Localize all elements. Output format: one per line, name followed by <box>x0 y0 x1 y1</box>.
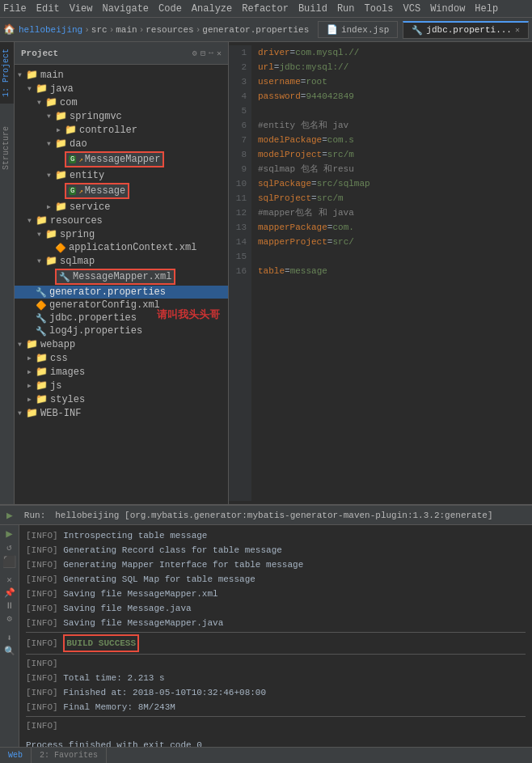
tree-label-appcontext: applicationContext.xml <box>69 242 196 253</box>
run-btn-stop[interactable]: ⬛ <box>2 555 16 569</box>
project-tool-settings[interactable]: ⚙ <box>192 49 197 58</box>
tab-close[interactable]: ✕ <box>515 25 520 35</box>
tree-label-styles: styles <box>50 394 85 405</box>
editor-panel: 12345 678910 1112131415 16 driver=com.my… <box>229 42 532 504</box>
tree-label-jdbc-properties: jdbc.properties <box>49 312 137 324</box>
tree-label-webapp: webapp <box>40 339 75 350</box>
run-btn-settings[interactable]: ⚙ <box>6 613 12 624</box>
project-tool-close[interactable]: ✕ <box>217 49 222 58</box>
tree-item-generatorconfig[interactable]: 🔶 generatorConfig.xml <box>15 299 228 312</box>
run-line-8: [INFO] <box>26 656 526 671</box>
side-tab-project[interactable]: 1: Project <box>0 42 14 104</box>
tree-item-service[interactable]: ▶ 📁 service <box>15 200 228 214</box>
tree-item-js[interactable]: ▶ 📁 js <box>15 379 228 392</box>
tree-item-messagemapper-xml[interactable]: 🔧 MessageMapper.xml <box>15 269 228 285</box>
code-line-7: modelPackage=com.s <box>258 133 532 147</box>
tree-item-appcontext[interactable]: 🔶 applicationContext.xml <box>15 241 228 254</box>
bottom-tab-web[interactable]: Web <box>0 748 32 763</box>
run-line-6: [INFO] Saving file Message.java <box>26 601 526 616</box>
code-line-8: modelProject=src/m <box>258 147 532 162</box>
tree-item-entity[interactable]: ▼ 📁 entity <box>15 168 228 182</box>
menu-analyze[interactable]: Analyze <box>192 3 232 15</box>
menu-help[interactable]: Help <box>475 3 498 15</box>
breadcrumb-main[interactable]: main <box>116 25 137 35</box>
tree-item-messagemapper[interactable]: G ↗ MessageMapper <box>15 151 228 167</box>
tree-item-controller[interactable]: ▶ 📁 controller <box>15 123 228 137</box>
run-btn-filter[interactable]: 🔍 <box>4 646 15 656</box>
tree-label-com: com <box>60 97 78 108</box>
run-btn-scroll[interactable]: ⬇ <box>6 633 12 643</box>
line-numbers: 12345 678910 1112131415 16 <box>229 45 251 501</box>
tree-item-resources[interactable]: ▼ 📁 resources <box>15 214 228 227</box>
tree-item-styles[interactable]: ▶ 📁 styles <box>15 392 228 406</box>
run-line-separator1 <box>26 632 526 633</box>
tree-label-controller: controller <box>79 125 137 136</box>
tree-item-sqlmap[interactable]: ▼ 📁 sqlmap <box>15 254 228 268</box>
breadcrumb-sep2: › <box>109 25 115 35</box>
run-line-separator3 <box>26 716 526 717</box>
code-line-11: sqlProject=src/m <box>258 191 532 206</box>
menu-view[interactable]: View <box>70 3 93 15</box>
bottom-tab-favorites[interactable]: 2: Favorites <box>32 748 107 763</box>
breadcrumb-resources[interactable]: resources <box>146 25 193 35</box>
tab-index-jsp[interactable]: 📄 index.jsp <box>318 21 398 38</box>
project-tool-expand[interactable]: ↔ <box>209 49 213 58</box>
tree-label-messagemapper: MessageMapper <box>85 154 161 165</box>
code-line-2: url=jdbc:mysql:// <box>258 60 532 74</box>
tree-item-main[interactable]: ▼ 📁 main <box>15 68 228 82</box>
project-tool-collapse[interactable]: ⊟ <box>201 49 205 58</box>
project-name[interactable]: hellobeijing <box>19 25 82 35</box>
tree-item-generator-properties[interactable]: 🔧 generator.properties <box>15 286 228 299</box>
menu-tools[interactable]: Tools <box>365 3 394 15</box>
run-btn-rerun[interactable]: ↺ <box>6 542 12 553</box>
menu-file[interactable]: File <box>3 3 27 15</box>
tree-item-log4j-properties[interactable]: 🔧 log4j.properties <box>15 324 228 337</box>
menu-navigate[interactable]: Navigate <box>102 3 149 15</box>
menu-refactor[interactable]: Refactor <box>242 3 289 15</box>
code-line-10: sqlPackage=src/sqlmap <box>258 176 532 191</box>
run-btn-pin[interactable]: 📌 <box>4 587 15 598</box>
tree-label-js: js <box>50 380 61 392</box>
tree-label-message: Message <box>85 185 125 197</box>
tree-item-jdbc-properties[interactable]: 🔧 jdbc.properties <box>15 312 228 324</box>
code-line-14: mapperProject=src/ <box>258 235 532 249</box>
tree-item-com[interactable]: ▼ 📁 com <box>15 95 228 109</box>
run-panel: ▶ Run: hellobeijing [org.mybatis.generat… <box>0 504 532 747</box>
code-line-3: username=root <box>258 74 532 89</box>
run-line-4: [INFO] Generating SQL Map for table mess… <box>26 572 526 587</box>
run-line-1: [INFO] Introspecting table message <box>26 528 526 543</box>
tree-label-java: java <box>50 83 74 95</box>
project-tree: ▼ 📁 main ▼ 📁 java ▼ 📁 com ▼ 📁 <box>15 65 228 504</box>
menu-vcs[interactable]: VCS <box>403 3 421 15</box>
breadcrumb-src[interactable]: src <box>91 25 108 35</box>
tree-item-message[interactable]: G ↗ Message <box>15 183 228 199</box>
tree-item-images[interactable]: ▶ 📁 images <box>15 365 228 379</box>
tree-item-css[interactable]: ▶ 📁 css <box>15 351 228 365</box>
run-icon: ▶ <box>6 509 13 522</box>
tree-label-sqlmap: sqlmap <box>60 256 95 267</box>
menu-window[interactable]: Window <box>430 3 465 15</box>
tab-jdbc-properties[interactable]: 🔧 jdbc.properti... ✕ <box>403 21 529 39</box>
tree-item-webinf[interactable]: ▼ 📁 WEB-INF <box>15 406 228 420</box>
menu-run[interactable]: Run <box>337 3 355 15</box>
side-tab-structure[interactable]: Structure <box>0 120 14 176</box>
breadcrumb-file[interactable]: generator.properties <box>202 25 309 35</box>
breadcrumb-sep3: › <box>139 25 145 35</box>
code-line-13: mapperPackage=com. <box>258 220 532 235</box>
project-panel: Project ⚙ ⊟ ↔ ✕ ▼ 📁 main ▼ 📁 java <box>15 42 229 504</box>
tree-item-webapp[interactable]: ▼ 📁 webapp <box>15 337 228 351</box>
run-header: ▶ Run: hellobeijing [org.mybatis.generat… <box>0 506 532 525</box>
menu-code[interactable]: Code <box>158 3 182 15</box>
tree-item-dao[interactable]: ▼ 📁 dao <box>15 137 228 150</box>
run-btn-pause[interactable]: ⏸ <box>5 600 14 611</box>
menu-edit[interactable]: Edit <box>36 3 60 15</box>
tree-item-springmvc[interactable]: ▼ 📁 springmvc <box>15 109 228 123</box>
code-area[interactable]: driver=com.mysql.// url=jdbc:mysql:// us… <box>251 45 532 501</box>
run-btn-play[interactable]: ▶ <box>6 528 12 540</box>
menu-build[interactable]: Build <box>298 3 327 15</box>
run-btn-close[interactable]: ✕ <box>6 574 12 585</box>
tree-item-java[interactable]: ▼ 📁 java <box>15 82 228 95</box>
tree-item-spring[interactable]: ▼ 📁 spring <box>15 227 228 241</box>
tree-label-generatorconfig: generatorConfig.xml <box>49 299 160 311</box>
tab-jdbc-icon: 🔧 <box>412 25 423 36</box>
